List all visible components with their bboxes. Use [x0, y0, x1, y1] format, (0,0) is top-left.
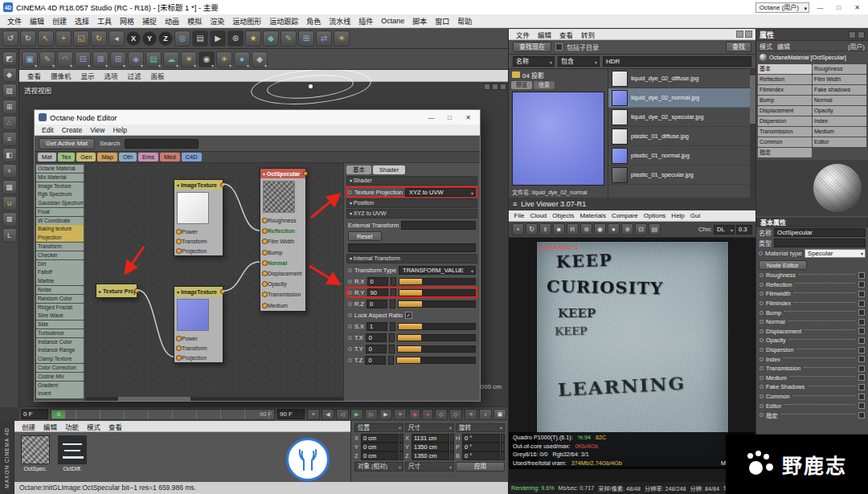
menu-item[interactable]: 工具 [93, 16, 116, 27]
edit-menu[interactable]: 编辑 [777, 42, 790, 51]
material-thumbnail[interactable] [58, 435, 87, 464]
input-port[interactable]: Displacement [260, 268, 305, 279]
get-active-mat-button[interactable]: Get Active Mat [39, 138, 95, 149]
texture-projection-dropdown[interactable]: XYZ to UVW [405, 188, 476, 197]
material-item[interactable]: OctSpec. [19, 435, 51, 472]
input-port[interactable]: Power [174, 227, 223, 236]
record-key-button[interactable]: ◆ [409, 409, 420, 420]
node-category-tab[interactable]: C4D [182, 153, 202, 161]
sky-icon[interactable]: ☀ [334, 31, 350, 47]
timeline-ruler[interactable]: 0 90 F [51, 409, 275, 420]
lock-aspect-checkbox[interactable]: ✓ [405, 312, 412, 319]
material-type-dropdown[interactable]: Specular [805, 249, 866, 258]
attribute-tab[interactable]: Common [758, 137, 812, 147]
spinner[interactable] [389, 333, 395, 342]
subdivide-icon[interactable]: ⊟ [75, 51, 91, 67]
attribute-tab[interactable]: Transmission [758, 127, 812, 137]
node-type-item[interactable]: Side [36, 320, 84, 329]
render-settings-icon[interactable]: ⊛ [227, 31, 244, 47]
lv-menu-item[interactable]: Gui [687, 212, 702, 219]
coord-mode-dropdown[interactable]: 对象 (相对) [354, 462, 403, 472]
image-texture-node-2[interactable]: ▾ ImageTexture PowerTransformProjection [174, 286, 223, 363]
attribute-toggle-row[interactable]: Reflection [756, 280, 868, 290]
find-button[interactable]: 查找 [726, 42, 751, 52]
value-field[interactable]: 90 [367, 288, 388, 297]
shader-section-header[interactable]: Shader [346, 176, 477, 186]
props-tab[interactable]: Shader [373, 165, 405, 174]
render-view-icon[interactable]: ▤ [192, 31, 208, 47]
spinner[interactable] [391, 277, 396, 286]
array-icon[interactable]: ⊞ [110, 51, 126, 67]
attribute-tab[interactable]: Medium [813, 127, 866, 137]
frame-start-field[interactable]: 0 F [21, 409, 48, 419]
lv-menu-item[interactable]: File [511, 212, 527, 219]
axis-z-button[interactable]: Z [158, 31, 173, 46]
input-port[interactable]: Roughness [260, 215, 305, 226]
rotation-field[interactable]: 0 ° [462, 434, 500, 443]
output-port[interactable] [134, 288, 139, 293]
node-type-item[interactable]: Projection [36, 234, 84, 242]
material-thumbnail[interactable] [21, 435, 50, 464]
node-type-item[interactable]: Transform [36, 243, 84, 251]
spinner[interactable] [389, 345, 395, 353]
settings-icon[interactable]: ⊛ [580, 223, 592, 235]
toggle-checkbox[interactable] [858, 384, 865, 390]
ne-maximize-button[interactable]: □ [442, 112, 457, 123]
attribute-toggle-row[interactable]: Filmwidth [756, 289, 868, 299]
node-type-item[interactable]: Octane Material [36, 165, 84, 173]
viewport-menu-item[interactable]: 过滤 [123, 71, 146, 80]
node-type-item[interactable]: Baking texture [36, 225, 84, 233]
file-item[interactable]: liquid_dye_02_diffuse.jpg [608, 69, 755, 88]
spinner[interactable] [501, 443, 505, 451]
search-input[interactable] [125, 139, 199, 149]
viewport-menu-item[interactable]: 面板 [146, 71, 170, 80]
lv-menu-item[interactable]: Compare [608, 212, 641, 219]
collapse-icon[interactable]: ▾ [177, 182, 179, 188]
node-type-item[interactable]: Turbulence [36, 329, 84, 337]
contains-filter-dropdown[interactable]: 包含 [558, 56, 600, 67]
spline-arc-icon[interactable]: ◠ [57, 51, 73, 67]
playhead[interactable]: 0 [52, 410, 65, 418]
focus-icon[interactable]: ⊡ [635, 223, 647, 235]
menu-item[interactable]: 脚本 [408, 16, 431, 27]
stop-icon[interactable]: ■ [553, 223, 565, 235]
node-type-item[interactable]: Checker [36, 251, 84, 259]
include-subdirs-checkbox[interactable] [555, 43, 563, 51]
environment-icon[interactable]: ☁ [163, 51, 179, 67]
node-category-tab[interactable]: Ems [138, 153, 158, 161]
attr-history-icon[interactable] [849, 31, 856, 39]
render-picture-viewer-icon[interactable]: ▶ [210, 31, 226, 47]
node-type-item[interactable]: Dirt [36, 260, 84, 268]
lv-menu-item[interactable]: Materials [577, 212, 608, 219]
xyz-section-header[interactable]: XYZ to UVW [346, 209, 477, 218]
attribute-tab[interactable]: 基本 [758, 64, 812, 74]
external-transform-field[interactable] [401, 221, 476, 230]
menu-item[interactable]: 运动图形 [228, 16, 265, 27]
input-port[interactable]: Reflection [260, 226, 305, 236]
prev-frame-button[interactable]: ◁ [336, 409, 349, 420]
menu-item[interactable]: 角色 [302, 16, 325, 27]
menu-item[interactable]: 插件 [354, 16, 377, 27]
autokey-button[interactable]: ● [422, 409, 433, 420]
transform-type-dropdown[interactable]: TRANSFORM_VALUE [399, 266, 476, 275]
attribute-toggle-row[interactable]: Bump [756, 308, 868, 317]
menu-item[interactable]: 窗口 [431, 16, 453, 27]
output-port[interactable] [303, 171, 308, 176]
spinner[interactable] [390, 322, 395, 331]
toggle-checkbox[interactable] [858, 374, 865, 381]
minimize-button[interactable]: — [813, 2, 828, 13]
ne-menu-item[interactable]: Create [58, 126, 87, 134]
size-header-dropdown[interactable]: 尺寸 [405, 423, 454, 432]
light-icon[interactable]: ☀ [216, 51, 232, 67]
position-field[interactable]: 0 cm [361, 451, 399, 460]
menu-item[interactable]: 渲染 [206, 16, 228, 27]
node-type-item[interactable]: Noise [36, 286, 84, 294]
deformer-icon[interactable]: ◈ [128, 51, 144, 67]
output-port[interactable] [220, 289, 225, 294]
picker-icon[interactable]: ⊕ [621, 223, 633, 235]
attribute-toggle-row[interactable]: Editor [756, 401, 868, 410]
ne-menu-item[interactable]: View [86, 126, 108, 134]
ne-menu-item[interactable]: Edit [38, 126, 58, 134]
attribute-toggle-row[interactable]: Fake Shadows [756, 382, 868, 392]
camera-lock-icon[interactable]: ◉ [594, 223, 606, 235]
